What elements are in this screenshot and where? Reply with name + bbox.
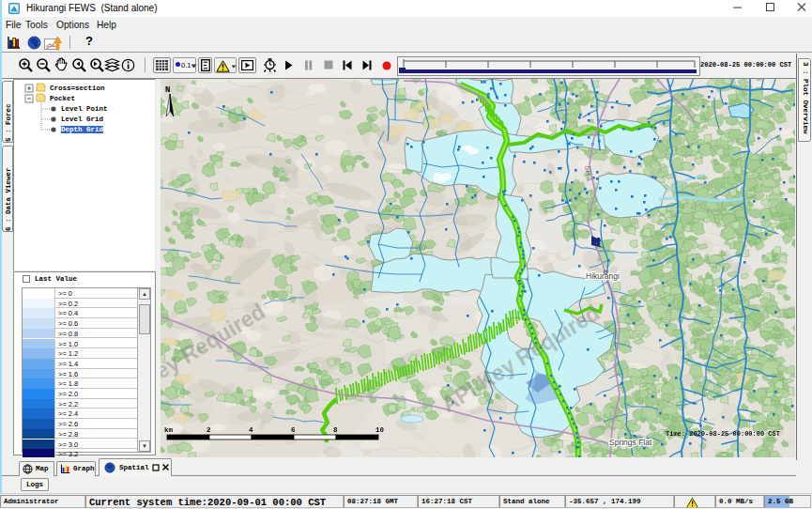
svg-text:Time: 2020-08-25 00:00:00 CST: Time: 2020-08-25 00:00:00 CST xyxy=(666,429,780,438)
svg-text:4: 4 xyxy=(249,426,253,434)
svg-text:2: 2 xyxy=(207,426,211,434)
svg-text:km: km xyxy=(164,426,174,434)
svg-text:8: 8 xyxy=(333,426,338,434)
svg-text:6: 6 xyxy=(291,426,296,434)
svg-text:Hikurangi: Hikurangi xyxy=(586,271,620,281)
svg-text:N: N xyxy=(165,85,170,95)
svg-text:Springs Flat: Springs Flat xyxy=(609,438,652,447)
svg-text:10: 10 xyxy=(375,426,385,434)
